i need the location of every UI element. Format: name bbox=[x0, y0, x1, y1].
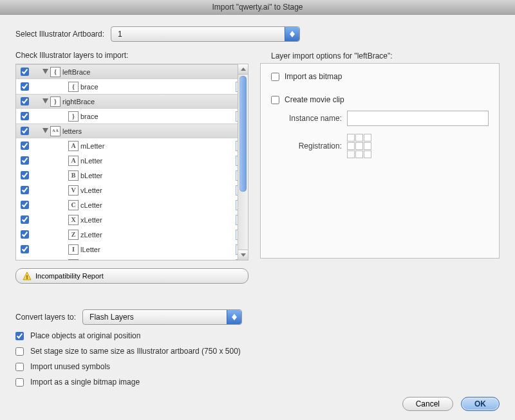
layer-checkbox[interactable] bbox=[21, 156, 29, 165]
artboard-label: Select Illustrator Artboard: bbox=[15, 30, 104, 39]
instance-name-label: Instance name: bbox=[271, 114, 342, 123]
artboard-select[interactable]: 1 bbox=[111, 26, 300, 42]
svg-marker-10 bbox=[232, 317, 237, 320]
tree-row[interactable]: AnLetter bbox=[16, 153, 248, 168]
ok-button[interactable]: OK bbox=[461, 397, 500, 411]
place-original-label: Place objects at original position bbox=[30, 331, 140, 340]
layer-label: mLetter bbox=[79, 142, 234, 150]
layer-checkbox[interactable] bbox=[21, 186, 29, 194]
layer-label: cLetter bbox=[79, 201, 234, 209]
layer-checkbox[interactable] bbox=[21, 68, 29, 76]
tree-row[interactable]: VvLetter bbox=[16, 183, 248, 197]
registration-label: Registration: bbox=[271, 142, 342, 151]
layer-checkbox[interactable] bbox=[21, 245, 29, 253]
incompatibility-report-button[interactable]: ! Incompatibility Report bbox=[15, 268, 248, 284]
svg-marker-5 bbox=[241, 68, 246, 71]
layer-label: brace bbox=[79, 83, 234, 91]
tree-row[interactable]: BbLetter bbox=[16, 168, 248, 183]
disclosure-triangle-icon[interactable] bbox=[41, 128, 50, 134]
titlebar: Import "qwerty.ai" to Stage bbox=[0, 0, 515, 15]
svg-marker-6 bbox=[241, 253, 246, 257]
layer-checkbox[interactable] bbox=[21, 112, 29, 120]
place-original-checkbox[interactable] bbox=[15, 332, 24, 340]
convert-select[interactable]: Flash Layers bbox=[82, 309, 242, 325]
convert-value: Flash Layers bbox=[89, 313, 134, 322]
scrollbar[interactable] bbox=[238, 64, 248, 260]
tree-row[interactable]: XxLetter bbox=[16, 212, 248, 227]
layer-checkbox[interactable] bbox=[21, 97, 29, 105]
layer-checkbox[interactable] bbox=[21, 171, 29, 179]
tree-row[interactable]: AmLetter bbox=[16, 138, 248, 153]
layer-label: nLetter bbox=[79, 157, 234, 165]
chevron-updown-icon bbox=[227, 310, 241, 324]
chevron-updown-icon bbox=[285, 27, 299, 41]
disclosure-triangle-icon[interactable] bbox=[41, 69, 50, 75]
layer-label: leftBrace bbox=[61, 68, 234, 76]
layer-checkbox[interactable] bbox=[21, 215, 29, 224]
path-icon: B bbox=[68, 170, 79, 181]
svg-marker-4 bbox=[42, 128, 48, 133]
tree-row[interactable]: ZzLetter bbox=[16, 227, 248, 242]
import-unused-label: Import unused symbols bbox=[30, 362, 110, 371]
import-single-checkbox[interactable] bbox=[15, 378, 24, 387]
disclosure-triangle-icon[interactable] bbox=[41, 98, 50, 104]
tree-row[interactable]: KkLetter bbox=[16, 257, 248, 260]
tree-row[interactable]: A Aletters bbox=[16, 123, 248, 138]
svg-marker-1 bbox=[290, 34, 295, 37]
svg-text:!: ! bbox=[26, 274, 28, 280]
tree-row[interactable]: IlLetter bbox=[16, 242, 248, 257]
svg-marker-2 bbox=[42, 69, 48, 74]
convert-label: Convert layers to: bbox=[15, 313, 76, 322]
layer-label: bLetter bbox=[79, 172, 234, 179]
path-icon: A bbox=[68, 141, 79, 151]
path-icon: C bbox=[68, 200, 79, 210]
layer-label: brace bbox=[79, 113, 234, 120]
cancel-button[interactable]: Cancel bbox=[402, 397, 453, 411]
layers-label: Check Illustrator layers to import: bbox=[15, 51, 248, 60]
scroll-thumb[interactable] bbox=[239, 76, 247, 192]
layer-label: zLetter bbox=[79, 231, 234, 239]
import-bitmap-label: Import as bitmap bbox=[285, 72, 342, 81]
path-icon: I bbox=[68, 244, 79, 255]
tree-row[interactable]: {leftBrace bbox=[16, 64, 248, 79]
layer-checkbox[interactable] bbox=[21, 82, 29, 91]
path-icon: Z bbox=[68, 230, 79, 240]
layer-checkbox[interactable] bbox=[21, 230, 29, 239]
path-icon: { bbox=[68, 82, 79, 92]
import-unused-checkbox[interactable] bbox=[15, 363, 24, 371]
create-clip-label: Create movie clip bbox=[285, 95, 344, 104]
tree-row[interactable]: {brace bbox=[16, 79, 248, 94]
artboard-value: 1 bbox=[118, 30, 122, 39]
registration-grid[interactable] bbox=[347, 134, 371, 158]
path-icon: K bbox=[68, 259, 79, 260]
scroll-down-icon[interactable] bbox=[238, 250, 248, 260]
path-icon: } bbox=[50, 96, 61, 107]
import-single-label: Import as a single bitmap image bbox=[30, 378, 140, 387]
layer-label: lLetter bbox=[79, 246, 234, 253]
layer-checkbox[interactable] bbox=[21, 142, 29, 150]
tree-row[interactable]: }brace bbox=[16, 109, 248, 123]
path-icon: V bbox=[68, 185, 79, 196]
create-clip-checkbox[interactable] bbox=[271, 96, 279, 104]
layer-label: vLetter bbox=[79, 187, 234, 194]
scroll-up-icon[interactable] bbox=[238, 64, 248, 75]
layer-label: letters bbox=[61, 127, 234, 135]
warning-icon: ! bbox=[23, 271, 32, 280]
layer-tree[interactable]: {leftBrace{brace}rightBrace}braceA Alett… bbox=[15, 64, 248, 260]
options-heading: Layer import options for "leftBrace": bbox=[271, 51, 489, 60]
layer-checkbox[interactable] bbox=[21, 201, 29, 209]
path-icon: A bbox=[68, 156, 79, 166]
path-icon: } bbox=[68, 111, 79, 122]
incompat-label: Incompatibility Report bbox=[35, 272, 104, 280]
layer-label: xLetter bbox=[79, 216, 234, 224]
layer-label: rightBrace bbox=[61, 98, 234, 105]
tree-row[interactable]: }rightBrace bbox=[16, 94, 248, 109]
layer-checkbox[interactable] bbox=[21, 127, 29, 135]
path-icon: { bbox=[50, 67, 61, 77]
set-stage-label: Set stage size to same size as Illustrat… bbox=[30, 347, 241, 356]
instance-name-input[interactable] bbox=[347, 111, 489, 126]
set-stage-checkbox[interactable] bbox=[15, 347, 24, 356]
import-bitmap-checkbox[interactable] bbox=[271, 73, 279, 81]
svg-marker-3 bbox=[42, 98, 48, 104]
tree-row[interactable]: CcLetter bbox=[16, 197, 248, 212]
